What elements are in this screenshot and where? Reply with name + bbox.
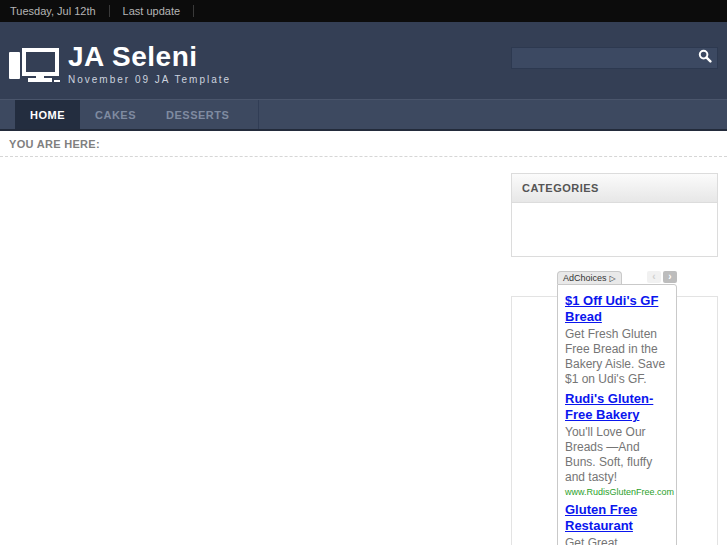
ad-item: $1 Off Udi's GF Bread Get Fresh Gluten F… <box>565 293 669 387</box>
ad-list: $1 Off Udi's GF Bread Get Fresh Gluten F… <box>557 284 677 545</box>
main-content: CATEGORIES AdChoices ▷ ‹ › $1 Off Udi's … <box>0 157 727 545</box>
sidebar: CATEGORIES AdChoices ▷ ‹ › $1 Off Udi's … <box>511 173 718 545</box>
nav-divider <box>258 100 259 129</box>
ad-item: Gluten Free Restaurant Get Great Coupons… <box>565 502 669 545</box>
ad-header-row: AdChoices ▷ ‹ › <box>557 270 677 284</box>
topbar-divider <box>109 5 110 17</box>
search-box[interactable] <box>511 47 718 69</box>
computer-icon <box>8 42 68 91</box>
ad-url[interactable]: www.RudisGlutenFree.com <box>565 486 669 498</box>
adchoices-button[interactable]: AdChoices ▷ <box>557 271 622 284</box>
ad-nav-arrows: ‹ › <box>647 271 677 283</box>
search-icon <box>698 49 712 67</box>
categories-body <box>512 203 717 256</box>
ad-prev-button[interactable]: ‹ <box>647 271 661 283</box>
last-update-label: Last update <box>123 5 181 17</box>
ad-description: Get Fresh Gluten Free Bread in the Baker… <box>565 327 669 387</box>
search-input[interactable] <box>512 48 693 68</box>
top-info-bar: Tuesday, Jul 12th Last update <box>0 0 727 22</box>
ad-link[interactable]: Gluten Free Restaurant <box>565 502 669 534</box>
site-header: JA Seleni November 09 JA Template <box>0 22 727 99</box>
nav-item-cakes[interactable]: CAKES <box>80 100 151 129</box>
logo-text: JA Seleni November 09 JA Template <box>68 42 231 85</box>
adchoices-label: AdChoices <box>563 273 607 283</box>
site-title: JA Seleni <box>68 42 231 72</box>
ad-description: You'll Love Our Breads —And Buns. Soft, … <box>565 425 669 485</box>
ad-description: Get Great Coupons on Top Restaurant in T… <box>565 536 669 545</box>
site-tagline: November 09 JA Template <box>68 74 231 85</box>
site-logo[interactable]: JA Seleni November 09 JA Template <box>8 42 231 91</box>
ad-link[interactable]: $1 Off Udi's GF Bread <box>565 293 669 325</box>
search-button[interactable] <box>693 48 717 68</box>
ad-block: AdChoices ▷ ‹ › $1 Off Udi's GF Bread Ge… <box>557 270 677 545</box>
breadcrumb-label: YOU ARE HERE: <box>9 138 100 150</box>
nav-item-home[interactable]: HOME <box>15 100 80 129</box>
ad-item: Rudi's Gluten-Free Bakery You'll Love Ou… <box>565 391 669 498</box>
nav-item-desserts[interactable]: DESSERTS <box>151 100 244 129</box>
topbar-divider <box>193 5 194 17</box>
breadcrumb: YOU ARE HERE: <box>0 131 727 157</box>
categories-module: CATEGORIES <box>511 173 718 257</box>
adchoices-icon: ▷ <box>610 274 616 283</box>
ad-next-button[interactable]: › <box>663 271 677 283</box>
current-date: Tuesday, Jul 12th <box>10 5 96 17</box>
ad-link[interactable]: Rudi's Gluten-Free Bakery <box>565 391 669 423</box>
main-nav: HOME CAKES DESSERTS <box>0 99 727 131</box>
categories-title: CATEGORIES <box>512 174 717 203</box>
